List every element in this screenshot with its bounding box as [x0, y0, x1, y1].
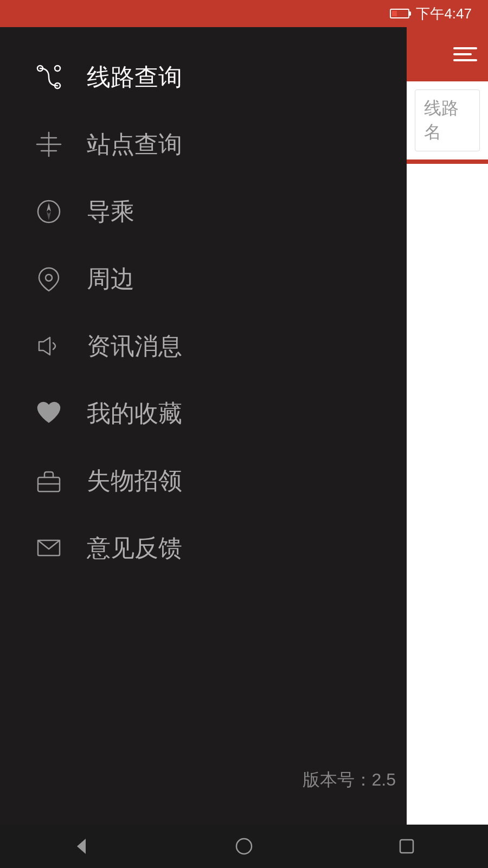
- right-panel-header: [407, 27, 488, 81]
- svg-marker-9: [47, 212, 51, 220]
- search-input[interactable]: 线路名: [415, 90, 480, 151]
- sidebar-label-nearby: 周边: [87, 263, 134, 295]
- right-panel: 线路名: [407, 27, 488, 825]
- status-bar-right: 下午4:47: [390, 4, 472, 23]
- sidebar-label-route-query: 线路查询: [87, 61, 182, 93]
- search-placeholder: 线路名: [424, 98, 459, 142]
- sidebar-label-navigation: 导乘: [87, 196, 134, 228]
- svg-point-10: [46, 275, 52, 281]
- station-icon: [33, 128, 65, 161]
- sidebar-item-favorites[interactable]: 我的收藏: [0, 380, 407, 447]
- lost-found-icon: [33, 464, 65, 497]
- nav-bar: [0, 825, 488, 868]
- right-panel-content: [407, 164, 488, 825]
- sidebar-item-lost-found[interactable]: 失物招领: [0, 447, 407, 514]
- sidebar-label-lost-found: 失物招领: [87, 465, 182, 497]
- sidebar-item-route-query[interactable]: 线路查询: [0, 43, 407, 111]
- svg-rect-16: [400, 840, 413, 853]
- sidebar-item-news[interactable]: 资讯消息: [0, 312, 407, 380]
- main-container: 线路查询 站点查询: [0, 27, 488, 825]
- sidebar-label-news: 资讯消息: [87, 330, 182, 362]
- sidebar-label-favorites: 我的收藏: [87, 398, 182, 430]
- sidebar-item-feedback[interactable]: 意见反馈: [0, 514, 407, 582]
- svg-point-2: [55, 66, 60, 71]
- sidebar-label-station-query: 站点查询: [87, 129, 182, 161]
- feedback-icon: [33, 532, 65, 564]
- sidebar-item-navigation[interactable]: 导乘: [0, 178, 407, 245]
- sidebar-item-nearby[interactable]: 周边: [0, 245, 407, 312]
- navigation-icon: [33, 195, 65, 228]
- red-divider-bar: [407, 159, 488, 164]
- nearby-icon: [33, 263, 65, 295]
- sidebar-item-station-query[interactable]: 站点查询: [0, 111, 407, 178]
- svg-marker-14: [77, 839, 86, 854]
- svg-point-15: [236, 839, 252, 854]
- route-icon: [33, 61, 65, 93]
- back-button[interactable]: [65, 830, 98, 863]
- home-button[interactable]: [228, 830, 260, 863]
- status-time: 下午4:47: [416, 4, 472, 23]
- right-panel-search: 线路名: [407, 81, 488, 159]
- favorites-icon: [33, 397, 65, 430]
- sidebar-label-feedback: 意见反馈: [87, 532, 182, 564]
- battery-icon: [390, 9, 409, 18]
- news-icon: [33, 330, 65, 362]
- recent-button[interactable]: [390, 830, 423, 863]
- status-bar: 下午4:47: [0, 0, 488, 27]
- menu-button[interactable]: [453, 47, 477, 61]
- svg-marker-8: [47, 203, 51, 212]
- version-text: 版本号：2.5: [303, 768, 396, 792]
- sidebar-drawer: 线路查询 站点查询: [0, 27, 407, 825]
